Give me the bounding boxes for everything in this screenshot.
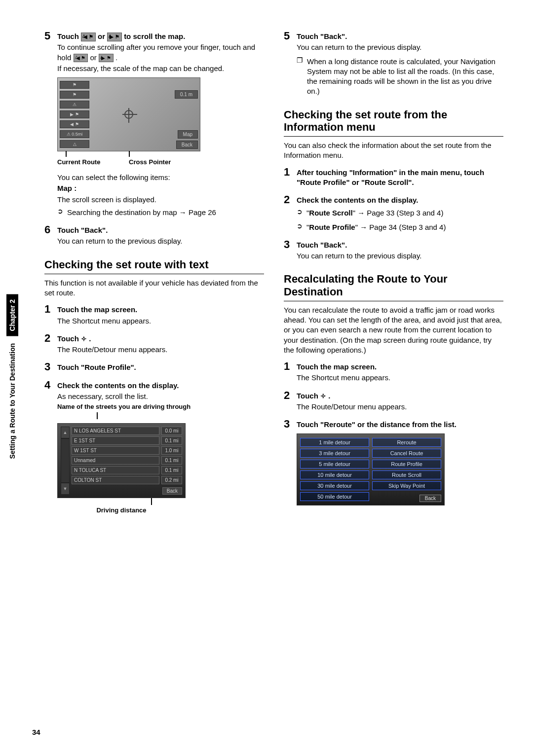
route-action-button[interactable]: Cancel Route [372,449,441,458]
map-scroll-left-button[interactable]: ◀ ⚑ [60,120,89,128]
step-title: Touch the map screen. [57,305,264,315]
map-distance-button[interactable]: ⚠ 0.5mi [60,130,89,138]
heading: Checking the set route with text [44,258,264,271]
step-5-left: 5 Touch or to scroll the map. To continu… [44,31,264,218]
scroll-track[interactable] [61,438,70,483]
note-icon: ❐ [297,56,303,98]
map-scroll-right-button[interactable]: ▶ ⚑ [60,110,89,118]
detour-distance-button[interactable]: 30 mile detour [300,481,369,490]
step-text: The Route/Detour menu appears. [57,345,264,355]
step-number: 2 [44,333,53,356]
detour-distance-button[interactable]: 5 mile detour [300,460,369,468]
map-label: Map : [57,183,264,193]
step-number: 3 [284,419,293,505]
step-3: 3 Touch "Back". You can return to the pr… [284,239,503,262]
step-title: Touch ✧ . [297,391,503,401]
step-text: You can return to the previous display. [297,251,503,261]
step-title: Touch "Back". [297,32,503,41]
step-text: You can select the following items: [57,173,264,182]
step-number: 1 [284,167,293,189]
step-title: Touch "Route Profile". [57,362,264,372]
step-title: Touch "Reroute" or the distance from the… [297,420,503,430]
detour-distance-button[interactable]: 1 mile detour [300,438,369,447]
street-name: Unnamed [72,456,159,465]
map-caption: Current Route Cross Pointer [57,158,200,166]
step-2: 2 Touch ✧ . The Route/Detour menu appear… [44,333,264,356]
step-1: 1 Touch the map screen. The Shortcut men… [284,361,503,384]
step-3: 3 Touch "Reroute" or the distance from t… [284,419,503,505]
driving-distance: 0.0 mi [161,427,182,435]
route-action-button[interactable]: Skip Way Point [372,481,441,490]
detour-distance-button[interactable]: 10 mile detour [300,470,369,479]
step-title: Check the contents on the display. [57,381,264,391]
scroll-down-button[interactable]: ▼ [61,483,70,495]
step-6-left: 6 Touch "Back". You can return to the pr… [44,224,264,248]
driving-distance: 0.1 mi [161,466,182,474]
street-name: E 1ST ST [72,436,159,445]
map-figure: ⚑ ⚑ ⚠ ▶ ⚑ ◀ ⚑ ⚠ 0.5mi △ 0.1 m Map Back [57,77,200,151]
back-button[interactable]: Back [419,495,441,502]
map-button[interactable]: Map [178,130,198,139]
xref: "Route Scroll" → Page 33 (Step 3 and 4) [306,208,443,218]
route-detour-icon: ✧ [81,335,87,343]
step-5-right: 5 Touch "Back". You can return to the pr… [284,31,503,98]
street-name: N LOS ANGELES ST [72,427,159,435]
divider [284,301,503,301]
step-text: The Route/Detour menu appears. [297,402,503,412]
step-text: The Shortcut menu appears. [57,316,264,326]
detour-distance-button[interactable]: 3 mile detour [300,449,369,458]
step-text: You can return to the previous display. [297,42,503,52]
divider [284,136,503,137]
step-title: After touching "Information" in the main… [297,168,503,188]
step-number: 2 [284,390,293,413]
step-title: Check the contents on the display. [297,195,503,205]
step-number: 1 [44,304,53,327]
xref-icon: ➲ [57,207,63,218]
step-number: 3 [44,361,53,373]
step-2: 2 Touch ✧ . The Route/Detour menu appear… [284,390,503,413]
heading: Checking the set route from the Informat… [284,108,503,134]
page-number: 34 [32,728,40,736]
xref-icon: ➲ [297,221,303,233]
back-button[interactable]: Back [162,487,182,495]
route-action-button[interactable]: Route Profile [372,460,441,468]
route-action-button[interactable]: Reroute [372,438,441,447]
scroll-up-button[interactable]: ▲ [61,427,70,438]
step-number: 6 [44,224,53,248]
step-2: 2 Check the contents on the display. ➲ "… [284,194,503,233]
heading: Recalculating the Route to Your Destinat… [284,273,503,298]
step-text: As necessary, scroll the list. [57,392,264,401]
scroll-left-icon [81,33,96,41]
map-compass-button[interactable]: △ [60,140,89,148]
driving-distance: 1.0 mi [161,446,182,455]
back-button[interactable]: Back [176,141,198,149]
sidebar: Chapter 2 Setting a Route to Your Destin… [5,0,20,756]
step-number: 2 [284,194,293,233]
detour-distance-button[interactable]: 50 mile detour [300,492,369,501]
xref: "Route Profile" → Page 34 (Step 3 and 4) [306,222,446,232]
map-flag-button[interactable]: ⚑ [60,91,89,99]
body-text: This function is not available if your v… [44,278,264,298]
body-text: You can recalculate the route to avoid a… [284,305,503,355]
driving-distance: 0.2 mi [161,476,182,484]
divider [44,274,264,274]
step-title: Touch "Back". [297,240,503,250]
route-detour-icon: ✧ [320,392,326,400]
step-title: Touch "Back". [57,225,264,235]
reroute-figure: 1 mile detour3 mile detour5 mile detour1… [297,433,445,505]
route-profile-figure: ▲ ▼ N LOS ANGELES ST0.0 miE 1ST ST0.1 mi… [57,423,186,498]
step-text: To continue scrolling after you remove y… [57,42,264,63]
route-action-button[interactable]: Route Scroll [372,470,441,479]
scroll-left-icon [74,54,88,63]
map-flag-button[interactable]: ⚑ [60,81,89,89]
step-1: 1 Touch the map screen. The Shortcut men… [44,304,264,327]
xref: Searching the destination by map → Page … [67,208,216,217]
step-1: 1 After touching "Information" in the ma… [284,167,503,189]
table-row: COLTON ST0.2 mi [72,476,182,484]
table-row: W 1ST ST1.0 mi [72,446,182,455]
body-text: You can also check the information about… [284,141,503,161]
step-title: Touch ✧ . [57,334,264,344]
step-title: Touch the map screen. [297,362,503,372]
step-text: The scroll screen is displayed. [57,195,264,205]
map-warn-button[interactable]: ⚠ [60,101,89,108]
